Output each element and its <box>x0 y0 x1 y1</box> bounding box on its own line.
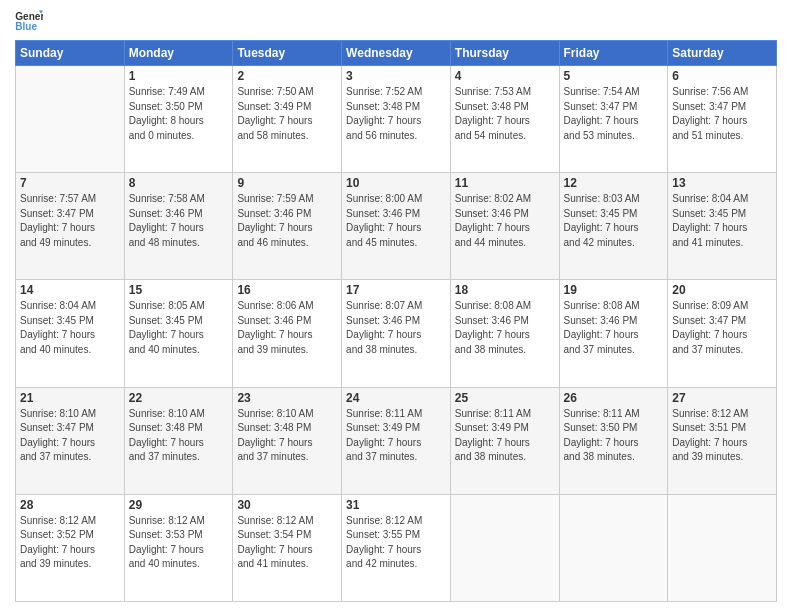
calendar-cell: 29Sunrise: 8:12 AM Sunset: 3:53 PM Dayli… <box>124 494 233 601</box>
calendar-cell: 1Sunrise: 7:49 AM Sunset: 3:50 PM Daylig… <box>124 66 233 173</box>
calendar-cell: 11Sunrise: 8:02 AM Sunset: 3:46 PM Dayli… <box>450 173 559 280</box>
day-number: 6 <box>672 69 772 83</box>
calendar-cell: 20Sunrise: 8:09 AM Sunset: 3:47 PM Dayli… <box>668 280 777 387</box>
day-number: 25 <box>455 391 555 405</box>
calendar-cell: 23Sunrise: 8:10 AM Sunset: 3:48 PM Dayli… <box>233 387 342 494</box>
calendar-cell: 8Sunrise: 7:58 AM Sunset: 3:46 PM Daylig… <box>124 173 233 280</box>
calendar-cell <box>16 66 125 173</box>
cell-content: Sunrise: 8:06 AM Sunset: 3:46 PM Dayligh… <box>237 299 337 357</box>
day-number: 22 <box>129 391 229 405</box>
day-number: 18 <box>455 283 555 297</box>
calendar-cell: 17Sunrise: 8:07 AM Sunset: 3:46 PM Dayli… <box>342 280 451 387</box>
calendar-week-row: 1Sunrise: 7:49 AM Sunset: 3:50 PM Daylig… <box>16 66 777 173</box>
day-number: 19 <box>564 283 664 297</box>
calendar-cell: 24Sunrise: 8:11 AM Sunset: 3:49 PM Dayli… <box>342 387 451 494</box>
day-number: 26 <box>564 391 664 405</box>
calendar-cell <box>450 494 559 601</box>
calendar-week-row: 28Sunrise: 8:12 AM Sunset: 3:52 PM Dayli… <box>16 494 777 601</box>
calendar-cell: 2Sunrise: 7:50 AM Sunset: 3:49 PM Daylig… <box>233 66 342 173</box>
cell-content: Sunrise: 8:08 AM Sunset: 3:46 PM Dayligh… <box>564 299 664 357</box>
day-number: 23 <box>237 391 337 405</box>
calendar-cell: 19Sunrise: 8:08 AM Sunset: 3:46 PM Dayli… <box>559 280 668 387</box>
day-number: 29 <box>129 498 229 512</box>
day-number: 20 <box>672 283 772 297</box>
calendar-table: SundayMondayTuesdayWednesdayThursdayFrid… <box>15 40 777 602</box>
calendar-cell: 14Sunrise: 8:04 AM Sunset: 3:45 PM Dayli… <box>16 280 125 387</box>
day-number: 27 <box>672 391 772 405</box>
calendar-week-row: 21Sunrise: 8:10 AM Sunset: 3:47 PM Dayli… <box>16 387 777 494</box>
calendar-cell <box>668 494 777 601</box>
page-container: General Blue SundayMondayTuesdayWednesda… <box>0 0 792 612</box>
col-header-thursday: Thursday <box>450 41 559 66</box>
calendar-cell: 30Sunrise: 8:12 AM Sunset: 3:54 PM Dayli… <box>233 494 342 601</box>
cell-content: Sunrise: 8:11 AM Sunset: 3:49 PM Dayligh… <box>346 407 446 465</box>
cell-content: Sunrise: 8:09 AM Sunset: 3:47 PM Dayligh… <box>672 299 772 357</box>
calendar-cell: 22Sunrise: 8:10 AM Sunset: 3:48 PM Dayli… <box>124 387 233 494</box>
day-number: 17 <box>346 283 446 297</box>
day-number: 13 <box>672 176 772 190</box>
calendar-cell: 12Sunrise: 8:03 AM Sunset: 3:45 PM Dayli… <box>559 173 668 280</box>
calendar-cell <box>559 494 668 601</box>
cell-content: Sunrise: 7:50 AM Sunset: 3:49 PM Dayligh… <box>237 85 337 143</box>
col-header-wednesday: Wednesday <box>342 41 451 66</box>
day-number: 24 <box>346 391 446 405</box>
calendar-cell: 18Sunrise: 8:08 AM Sunset: 3:46 PM Dayli… <box>450 280 559 387</box>
col-header-monday: Monday <box>124 41 233 66</box>
cell-content: Sunrise: 7:57 AM Sunset: 3:47 PM Dayligh… <box>20 192 120 250</box>
cell-content: Sunrise: 8:10 AM Sunset: 3:48 PM Dayligh… <box>237 407 337 465</box>
calendar-cell: 3Sunrise: 7:52 AM Sunset: 3:48 PM Daylig… <box>342 66 451 173</box>
cell-content: Sunrise: 8:10 AM Sunset: 3:48 PM Dayligh… <box>129 407 229 465</box>
day-number: 12 <box>564 176 664 190</box>
calendar-cell: 9Sunrise: 7:59 AM Sunset: 3:46 PM Daylig… <box>233 173 342 280</box>
day-number: 10 <box>346 176 446 190</box>
cell-content: Sunrise: 7:58 AM Sunset: 3:46 PM Dayligh… <box>129 192 229 250</box>
cell-content: Sunrise: 7:49 AM Sunset: 3:50 PM Dayligh… <box>129 85 229 143</box>
day-number: 16 <box>237 283 337 297</box>
cell-content: Sunrise: 7:53 AM Sunset: 3:48 PM Dayligh… <box>455 85 555 143</box>
calendar-cell: 10Sunrise: 8:00 AM Sunset: 3:46 PM Dayli… <box>342 173 451 280</box>
day-number: 14 <box>20 283 120 297</box>
cell-content: Sunrise: 8:12 AM Sunset: 3:51 PM Dayligh… <box>672 407 772 465</box>
col-header-saturday: Saturday <box>668 41 777 66</box>
cell-content: Sunrise: 8:12 AM Sunset: 3:55 PM Dayligh… <box>346 514 446 572</box>
day-number: 28 <box>20 498 120 512</box>
calendar-cell: 28Sunrise: 8:12 AM Sunset: 3:52 PM Dayli… <box>16 494 125 601</box>
cell-content: Sunrise: 8:04 AM Sunset: 3:45 PM Dayligh… <box>672 192 772 250</box>
calendar-cell: 4Sunrise: 7:53 AM Sunset: 3:48 PM Daylig… <box>450 66 559 173</box>
col-header-sunday: Sunday <box>16 41 125 66</box>
cell-content: Sunrise: 8:05 AM Sunset: 3:45 PM Dayligh… <box>129 299 229 357</box>
cell-content: Sunrise: 7:54 AM Sunset: 3:47 PM Dayligh… <box>564 85 664 143</box>
cell-content: Sunrise: 8:12 AM Sunset: 3:53 PM Dayligh… <box>129 514 229 572</box>
calendar-cell: 21Sunrise: 8:10 AM Sunset: 3:47 PM Dayli… <box>16 387 125 494</box>
cell-content: Sunrise: 7:52 AM Sunset: 3:48 PM Dayligh… <box>346 85 446 143</box>
calendar-week-row: 7Sunrise: 7:57 AM Sunset: 3:47 PM Daylig… <box>16 173 777 280</box>
cell-content: Sunrise: 8:11 AM Sunset: 3:50 PM Dayligh… <box>564 407 664 465</box>
cell-content: Sunrise: 8:04 AM Sunset: 3:45 PM Dayligh… <box>20 299 120 357</box>
cell-content: Sunrise: 8:00 AM Sunset: 3:46 PM Dayligh… <box>346 192 446 250</box>
cell-content: Sunrise: 8:02 AM Sunset: 3:46 PM Dayligh… <box>455 192 555 250</box>
cell-content: Sunrise: 7:56 AM Sunset: 3:47 PM Dayligh… <box>672 85 772 143</box>
day-number: 2 <box>237 69 337 83</box>
calendar-cell: 7Sunrise: 7:57 AM Sunset: 3:47 PM Daylig… <box>16 173 125 280</box>
day-number: 21 <box>20 391 120 405</box>
cell-content: Sunrise: 8:10 AM Sunset: 3:47 PM Dayligh… <box>20 407 120 465</box>
calendar-cell: 31Sunrise: 8:12 AM Sunset: 3:55 PM Dayli… <box>342 494 451 601</box>
day-number: 1 <box>129 69 229 83</box>
day-number: 11 <box>455 176 555 190</box>
day-number: 7 <box>20 176 120 190</box>
day-number: 9 <box>237 176 337 190</box>
day-number: 5 <box>564 69 664 83</box>
calendar-cell: 5Sunrise: 7:54 AM Sunset: 3:47 PM Daylig… <box>559 66 668 173</box>
calendar-cell: 16Sunrise: 8:06 AM Sunset: 3:46 PM Dayli… <box>233 280 342 387</box>
day-number: 4 <box>455 69 555 83</box>
cell-content: Sunrise: 8:12 AM Sunset: 3:54 PM Dayligh… <box>237 514 337 572</box>
day-number: 15 <box>129 283 229 297</box>
day-number: 31 <box>346 498 446 512</box>
day-number: 30 <box>237 498 337 512</box>
calendar-cell: 6Sunrise: 7:56 AM Sunset: 3:47 PM Daylig… <box>668 66 777 173</box>
calendar-cell: 27Sunrise: 8:12 AM Sunset: 3:51 PM Dayli… <box>668 387 777 494</box>
calendar-cell: 15Sunrise: 8:05 AM Sunset: 3:45 PM Dayli… <box>124 280 233 387</box>
calendar-header-row: SundayMondayTuesdayWednesdayThursdayFrid… <box>16 41 777 66</box>
cell-content: Sunrise: 7:59 AM Sunset: 3:46 PM Dayligh… <box>237 192 337 250</box>
page-header: General Blue <box>15 10 777 32</box>
